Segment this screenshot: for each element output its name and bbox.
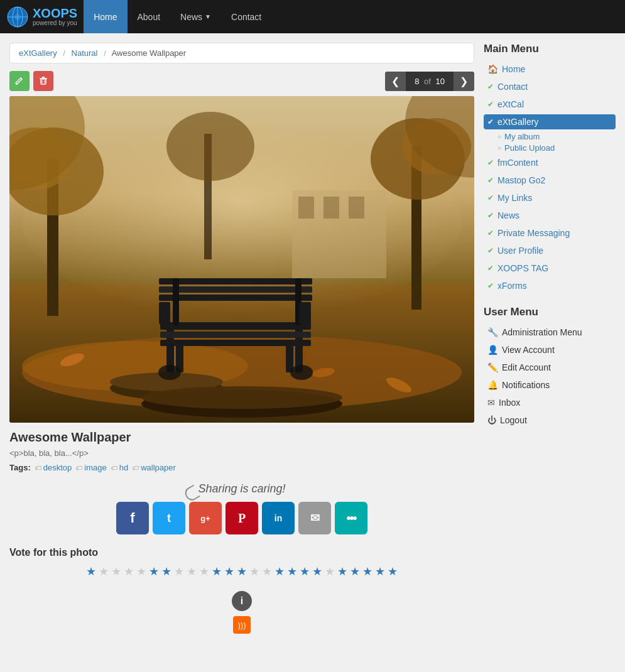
- menu-link-xforms[interactable]: ✔ xForms: [484, 278, 616, 293]
- menu-link-notifications[interactable]: 🔔 Notifications: [484, 377, 616, 393]
- logo-sub: powered by you: [33, 19, 77, 26]
- star-1-3[interactable]: ★: [111, 565, 121, 578]
- star-4-4[interactable]: ★: [312, 565, 322, 578]
- star-3-2[interactable]: ★: [224, 565, 234, 578]
- nav-home[interactable]: Home: [84, 0, 127, 33]
- submenu-link-myalbum[interactable]: My album: [497, 132, 616, 141]
- menu-link-adminmenu[interactable]: 🔧 Administration Menu: [484, 325, 616, 340]
- star-4-1[interactable]: ★: [274, 565, 285, 578]
- menu-item-news: ✔ News: [484, 208, 616, 223]
- tag-wallpaper[interactable]: 🏷 wallpaper: [132, 463, 176, 472]
- star-2-5[interactable]: ★: [199, 565, 209, 578]
- menu-logout-label: Logout: [500, 415, 527, 425]
- menu-notifications-label: Notifications: [502, 380, 550, 390]
- photo-nav-prev[interactable]: ❮: [385, 72, 406, 91]
- menu-item-logout: ⏻ Logout: [484, 413, 616, 428]
- share-pinterest[interactable]: P: [226, 502, 258, 534]
- star-2-3[interactable]: ★: [174, 565, 184, 578]
- menu-contact-label: Contact: [497, 82, 528, 92]
- star-2-2[interactable]: ★: [161, 565, 171, 578]
- share-twitter[interactable]: t: [153, 502, 185, 534]
- star-3-3[interactable]: ★: [237, 565, 247, 578]
- tag-hd[interactable]: 🏷 hd: [111, 463, 128, 472]
- svg-rect-46: [300, 302, 311, 324]
- star-5-2[interactable]: ★: [350, 565, 360, 578]
- sidebar: Main Menu 🏠 Home ✔ Contact: [484, 43, 616, 634]
- social-buttons: f t g+ P in ✉ •••: [9, 502, 474, 534]
- star-5-3[interactable]: ★: [362, 565, 372, 578]
- breadcrumb-natural[interactable]: Natural: [72, 48, 98, 58]
- photo-nav-next[interactable]: ❯: [454, 72, 474, 91]
- info-button[interactable]: i: [232, 591, 252, 611]
- menu-link-fmcontent[interactable]: ✔ fmContent: [484, 155, 616, 170]
- star-3-5[interactable]: ★: [262, 565, 272, 578]
- star-4-3[interactable]: ★: [300, 565, 310, 578]
- breadcrumb: eXtGallery / Natural / Awesome Wallpaper: [9, 43, 474, 63]
- nav-news[interactable]: News ▼: [170, 0, 221, 33]
- tag-wallpaper-icon: 🏷: [132, 464, 139, 472]
- menu-link-mylinks[interactable]: ✔ My Links: [484, 190, 616, 205]
- star-3-1[interactable]: ★: [212, 565, 222, 578]
- nav-about[interactable]: About: [128, 0, 171, 33]
- menu-link-extcal[interactable]: ✔ eXtCal: [484, 97, 616, 112]
- menu-item-contact: ✔ Contact: [484, 79, 616, 94]
- menu-link-mastop[interactable]: ✔ Mastop Go2: [484, 173, 616, 188]
- menu-link-xoopstag[interactable]: ✔ XOOPS TAG: [484, 261, 616, 276]
- menu-item-extcal: ✔ eXtCal: [484, 97, 616, 112]
- share-googleplus[interactable]: g+: [189, 502, 222, 534]
- menu-link-privatemsg[interactable]: ✔ Private Messaging: [484, 225, 616, 241]
- star-2-4[interactable]: ★: [187, 565, 197, 578]
- check-xforms-icon: ✔: [487, 281, 494, 290]
- menu-link-viewaccount[interactable]: 👤 View Account: [484, 342, 616, 357]
- user-icon: 👤: [487, 345, 498, 355]
- star-5-5[interactable]: ★: [388, 565, 398, 578]
- star-1-2[interactable]: ★: [99, 565, 109, 578]
- menu-link-contact[interactable]: ✔ Contact: [484, 79, 616, 94]
- toolbar: ❮ 8 of 10 ❯: [9, 71, 474, 91]
- star-1-5[interactable]: ★: [136, 565, 146, 578]
- share-more[interactable]: •••: [335, 502, 367, 534]
- tag-desktop[interactable]: 🏷 desktop: [35, 463, 72, 472]
- menu-link-inbox[interactable]: ✉ Inbox: [484, 395, 616, 410]
- share-linkedin[interactable]: in: [262, 502, 295, 534]
- star-3-4[interactable]: ★: [249, 565, 259, 578]
- star-4-2[interactable]: ★: [287, 565, 297, 578]
- edit-button[interactable]: [9, 71, 30, 91]
- rss-icon: ))): [238, 621, 246, 630]
- menu-link-logout[interactable]: ⏻ Logout: [484, 413, 616, 428]
- star-5-4[interactable]: ★: [375, 565, 385, 578]
- photo-total: 10: [436, 77, 445, 86]
- nav-contact[interactable]: Contact: [221, 0, 271, 33]
- tag-image[interactable]: 🏷 image: [75, 463, 106, 472]
- star-2-1[interactable]: ★: [149, 565, 159, 578]
- user-menu-heading: User Menu: [484, 306, 616, 318]
- submenu-link-publicupload[interactable]: Public Upload: [497, 143, 616, 153]
- brand[interactable]: XOOPS powered by you: [6, 6, 77, 28]
- photo-of: of: [424, 77, 431, 86]
- photo-image: [9, 96, 474, 423]
- menu-link-news[interactable]: ✔ News: [484, 208, 616, 223]
- logo-xoops: XOOPS: [33, 7, 77, 19]
- star-4-5[interactable]: ★: [325, 565, 335, 578]
- menu-adminmenu-label: Administration Menu: [502, 327, 582, 337]
- submenu-myalbum: My album: [497, 132, 616, 141]
- share-email[interactable]: ✉: [298, 502, 331, 534]
- user-menu-section: User Menu 🔧 Administration Menu 👤 View A…: [484, 306, 616, 428]
- sharing-section: Sharing is caring! f t g+ P in ✉: [9, 482, 474, 534]
- star-1-1[interactable]: ★: [86, 565, 96, 578]
- svg-rect-40: [159, 278, 312, 285]
- star-5-1[interactable]: ★: [337, 565, 347, 578]
- bell-icon: 🔔: [487, 380, 498, 390]
- menu-xforms-label: xForms: [497, 281, 527, 291]
- menu-link-userprofile[interactable]: ✔ User Profile: [484, 243, 616, 258]
- menu-link-extgallery[interactable]: ✔ eXtGallery: [484, 114, 616, 129]
- delete-button[interactable]: [33, 71, 53, 91]
- facebook-icon: f: [130, 510, 134, 526]
- menu-link-editaccount[interactable]: ✏️ Edit Account: [484, 360, 616, 375]
- star-1-4[interactable]: ★: [124, 565, 134, 578]
- breadcrumb-extgallery[interactable]: eXtGallery: [19, 48, 57, 58]
- rss-button[interactable]: ))): [233, 616, 251, 634]
- inbox-icon: ✉: [487, 398, 495, 408]
- share-facebook[interactable]: f: [116, 502, 149, 534]
- menu-link-home[interactable]: 🏠 Home: [484, 62, 616, 77]
